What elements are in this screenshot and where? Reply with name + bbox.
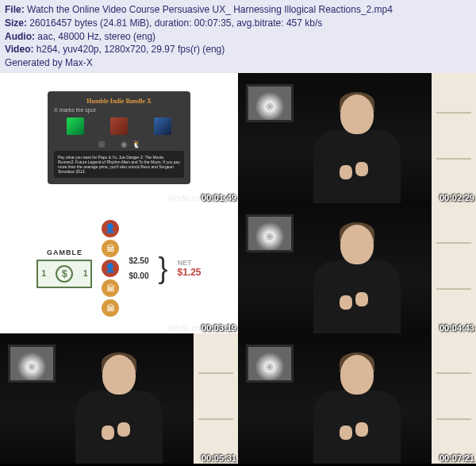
bank-coin-icon: 🏛 bbox=[102, 279, 119, 297]
gamble-label: GAMBLE bbox=[47, 248, 83, 256]
apple-icon bbox=[109, 140, 117, 148]
timestamp: 00:03:19 bbox=[202, 323, 236, 333]
presenter bbox=[309, 218, 405, 333]
bank-coin-icon: 🏛 bbox=[102, 299, 119, 317]
bookshelf bbox=[432, 73, 476, 203]
bundle-subtitle: X marks the spot bbox=[54, 107, 184, 113]
value-2: $0.00 bbox=[129, 272, 148, 280]
person-coin-icon: 👤 bbox=[102, 260, 119, 277]
presenter bbox=[309, 349, 405, 464]
windows-icon: ⊞ bbox=[98, 140, 106, 148]
dollar-sign-icon: $ bbox=[56, 265, 73, 283]
game-icon bbox=[110, 117, 128, 135]
video-value: h264, yuv420p, 1280x720, 29.97 fps(r) (e… bbox=[36, 44, 225, 55]
wall-frame bbox=[8, 345, 56, 383]
video-label: Video: bbox=[5, 44, 36, 55]
person-coin-icon: 👤 bbox=[102, 220, 119, 237]
timestamp: 00:04:43 bbox=[440, 323, 474, 333]
audio-label: Audio: bbox=[5, 31, 37, 42]
wall-frame bbox=[246, 214, 294, 252]
bookshelf bbox=[194, 333, 238, 464]
file-value: Watch the Online Video Course Persuasive… bbox=[27, 4, 393, 15]
steam-icon: ◉ bbox=[121, 140, 129, 148]
bundle-title: Humble Indie Bundle X bbox=[54, 98, 184, 105]
audio-value: aac, 48000 Hz, stereo (eng) bbox=[37, 31, 155, 42]
size-label: Size: bbox=[5, 17, 29, 29]
thumbnail-grid: Humble Indie Bundle X X marks the spot ⊞… bbox=[0, 73, 476, 464]
presenter bbox=[309, 88, 405, 203]
media-info-header: File: Watch the Online Video Course Pers… bbox=[0, 0, 476, 73]
net-value: $1.25 bbox=[178, 267, 202, 278]
timestamp: 00:05:31 bbox=[202, 453, 236, 463]
file-label: File: bbox=[5, 4, 27, 15]
timestamp: 00:01:49 bbox=[202, 193, 236, 202]
timestamp: 00:07:21 bbox=[440, 453, 474, 463]
timestamp: 00:02:29 bbox=[440, 193, 474, 202]
coin-column: 👤 🏛 👤 🏛 🏛 bbox=[102, 220, 119, 317]
net-label: NET bbox=[178, 259, 202, 267]
thumbnail-4: 00:04:43 bbox=[238, 203, 476, 333]
game-icon bbox=[154, 117, 171, 135]
dollar-bill-icon: 1 $ 1 bbox=[36, 260, 92, 288]
thumbnail-2: 00:02:29 bbox=[238, 73, 476, 203]
presenter bbox=[71, 349, 167, 464]
thumbnail-3: GAMBLE 1 $ 1 👤 🏛 👤 🏛 🏛 $2.50 $0.00 } NET… bbox=[0, 203, 238, 333]
thumbnail-5: 00:05:31 bbox=[0, 333, 238, 464]
game-icon bbox=[67, 117, 84, 135]
bookshelf bbox=[432, 203, 476, 333]
wall-frame bbox=[246, 84, 294, 122]
thumbnail-6: 00:07:21 bbox=[238, 333, 476, 464]
size-value: 26016457 bytes (24.81 MiB), duration: 00… bbox=[29, 17, 322, 29]
wall-frame bbox=[246, 345, 294, 383]
thumbnail-1: Humble Indie Bundle X X marks the spot ⊞… bbox=[0, 73, 238, 203]
bundle-footer: Pay what you want for Papo & Yo, Joe Dan… bbox=[54, 151, 184, 178]
generated-by: Generated by Max-X bbox=[5, 56, 471, 70]
linux-icon: 🐧 bbox=[132, 140, 140, 148]
bank-coin-icon: 🏛 bbox=[102, 240, 119, 257]
bracket-icon: } bbox=[158, 252, 167, 284]
bookshelf bbox=[432, 333, 476, 464]
value-1: $2.50 bbox=[129, 256, 148, 265]
bundle-card: Humble Indie Bundle X X marks the spot ⊞… bbox=[48, 91, 190, 184]
